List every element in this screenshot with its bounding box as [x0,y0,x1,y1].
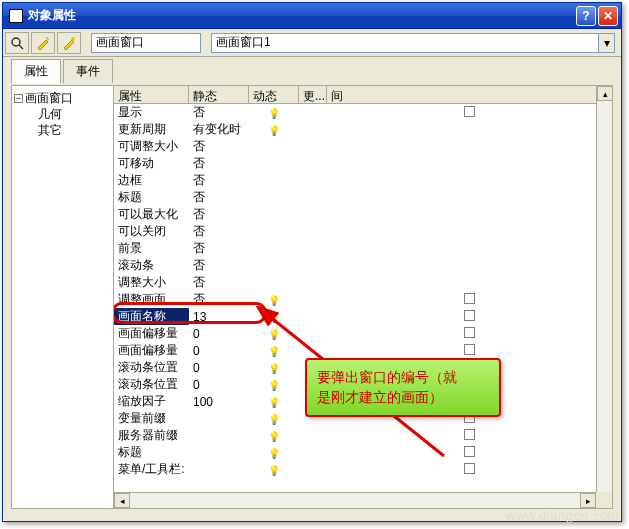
horizontal-scrollbar[interactable]: ◂ ▸ [114,492,596,508]
tree-item-label: 其它 [38,122,62,139]
close-button[interactable]: ✕ [598,6,618,26]
cell-interval[interactable] [327,463,612,477]
grid-row[interactable]: 调整大小否 [114,274,612,291]
cell-dynamic[interactable]: 💡 [249,327,299,341]
cell-dynamic[interactable]: 💡 [249,412,299,426]
object-type-combo[interactable]: 画面窗口 [91,33,201,53]
header-static[interactable]: 静态 [189,86,249,103]
cell-interval[interactable] [327,327,612,341]
cell-dynamic[interactable]: 💡 [249,310,299,324]
grid-row[interactable]: 前景否 [114,240,612,257]
grid-row[interactable]: 画面偏移量0💡 [114,342,612,359]
cell-dynamic[interactable]: 💡 [249,344,299,358]
dropdown-arrow-icon[interactable]: ▾ [598,34,614,52]
cell-dynamic[interactable]: 💡 [249,123,299,137]
toolbar-button-1[interactable] [5,32,29,54]
grid-row[interactable]: 可以关闭否 [114,223,612,240]
tree-item-misc[interactable]: 其它 [14,122,111,138]
cell-static-value[interactable]: 0 [189,344,249,358]
checkbox-icon[interactable] [464,429,475,440]
cell-attr-name: 滚动条位置 [114,359,189,376]
tree-collapse-icon[interactable]: − [14,94,23,103]
cell-dynamic[interactable]: 💡 [249,429,299,443]
checkbox-icon[interactable] [464,327,475,338]
cell-dynamic[interactable]: 💡 [249,106,299,120]
cell-static-value[interactable]: 0 [189,361,249,375]
header-interval[interactable]: 间 [327,86,612,103]
scroll-right-button[interactable]: ▸ [580,493,596,508]
cell-static-value[interactable]: 否 [189,223,249,240]
cell-dynamic[interactable]: 💡 [249,378,299,392]
cell-interval[interactable] [327,344,612,358]
grid-row[interactable]: 标题否 [114,189,612,206]
cell-dynamic[interactable]: 💡 [249,463,299,477]
grid-row[interactable]: 调整画面否💡 [114,291,612,308]
cell-interval[interactable] [327,106,612,120]
vertical-scrollbar[interactable]: ▴ ▾ [596,86,612,508]
cell-static-value[interactable]: 否 [189,206,249,223]
cell-static-value[interactable]: 否 [189,257,249,274]
svg-line-1 [19,45,23,49]
grid-row[interactable]: 可移动否 [114,155,612,172]
cell-interval[interactable] [327,293,612,307]
grid-row[interactable]: 可调整大小否 [114,138,612,155]
cell-static-value[interactable]: 否 [189,155,249,172]
cell-interval[interactable] [327,446,612,460]
checkbox-icon[interactable] [464,344,475,355]
help-button[interactable]: ? [576,6,596,26]
object-name-value: 画面窗口1 [216,34,271,51]
header-attribute[interactable]: 属性 [114,86,189,103]
svg-point-2 [71,37,75,41]
cell-static-value[interactable]: 有变化时 [189,121,249,138]
header-dynamic[interactable]: 动态 [249,86,299,103]
cell-static-value[interactable]: 13 [189,310,249,324]
cell-static-value[interactable]: 否 [189,104,249,121]
checkbox-icon[interactable] [464,293,475,304]
cell-dynamic[interactable]: 💡 [249,446,299,460]
grid-row[interactable]: 画面偏移量0💡 [114,325,612,342]
grid-row[interactable]: 标题💡 [114,444,612,461]
grid-row[interactable]: 更新周期有变化时💡 [114,121,612,138]
grid-row[interactable]: 可以最大化否 [114,206,612,223]
cell-static-value[interactable]: 否 [189,274,249,291]
cell-static-value[interactable]: 否 [189,172,249,189]
tab-strip: 属性 事件 [3,57,621,83]
toolbar-button-2[interactable] [31,32,55,54]
tree-root[interactable]: − 画面窗口 [14,90,111,106]
cell-attr-name: 服务器前缀 [114,427,189,444]
cell-dynamic[interactable]: 💡 [249,361,299,375]
cell-static-value[interactable]: 0 [189,378,249,392]
title-bar[interactable]: 对象属性 ? ✕ [3,3,621,29]
tree-item-geometry[interactable]: 几何 [14,106,111,122]
scroll-up-button[interactable]: ▴ [597,86,612,101]
cell-static-value[interactable]: 否 [189,189,249,206]
toolbar-button-3[interactable] [57,32,81,54]
cell-static-value[interactable]: 否 [189,138,249,155]
object-name-combo[interactable]: 画面窗口1 ▾ [211,33,615,53]
bulb-icon: 💡 [268,108,280,120]
scroll-left-button[interactable]: ◂ [114,493,130,508]
grid-row[interactable]: 显示否💡 [114,104,612,121]
grid-row[interactable]: 服务器前缀💡 [114,427,612,444]
grid-row[interactable]: 菜单/工具栏:💡 [114,461,612,478]
checkbox-icon[interactable] [464,106,475,117]
cell-static-value[interactable]: 0 [189,327,249,341]
grid-row[interactable]: 滚动条否 [114,257,612,274]
cell-static-value[interactable]: 100 [189,395,249,409]
cell-interval[interactable] [327,429,612,443]
bulb-icon: 💡 [268,397,280,409]
grid-row[interactable]: 边框否 [114,172,612,189]
checkbox-icon[interactable] [464,463,475,474]
cell-dynamic[interactable]: 💡 [249,395,299,409]
header-more[interactable]: 更... [299,86,327,103]
checkbox-icon[interactable] [464,446,475,457]
checkbox-icon[interactable] [464,310,475,321]
grid-row[interactable]: 画面名称13💡 [114,308,612,325]
cell-interval[interactable] [327,310,612,324]
cell-attr-name: 标题 [114,189,189,206]
tab-attributes[interactable]: 属性 [11,59,61,84]
tab-events[interactable]: 事件 [63,59,113,83]
cell-static-value[interactable]: 否 [189,240,249,257]
cell-static-value[interactable]: 否 [189,291,249,308]
cell-dynamic[interactable]: 💡 [249,293,299,307]
